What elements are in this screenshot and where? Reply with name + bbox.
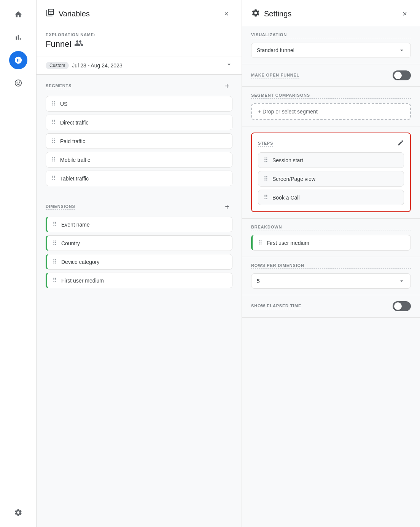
drag-handle-icon: ⠿ [51,156,56,163]
segment-tablet-traffic[interactable]: ⠿ Tablet traffic [46,171,232,186]
step-book-a-call[interactable]: ⠿ Book a Call [258,190,404,205]
exploration-people-icon [74,38,83,50]
dimension-event-name-label: Event name [61,222,90,228]
segment-us[interactable]: ⠿ US [46,96,232,112]
steps-container: STEPS ⠿ Session start ⠿ Screen/Page view… [251,133,411,212]
dimension-first-user-medium[interactable]: ⠿ First user medium [46,273,232,288]
step-screen-page-view[interactable]: ⠿ Screen/Page view [258,171,404,187]
step-book-a-call-label: Book a Call [272,195,300,201]
segment-paid-traffic-label: Paid traffic [60,138,85,144]
realtime-nav-icon[interactable] [9,74,27,92]
settings-close-button[interactable]: × [399,8,411,20]
segment-paid-traffic[interactable]: ⠿ Paid traffic [46,133,232,149]
rows-per-dimension-section: ROWS PER DIMENSION 5 [242,257,420,295]
settings-panel-header: Settings × [242,0,420,26]
segments-title: SEGMENTS [46,83,72,89]
barchart-nav-icon[interactable] [9,28,27,46]
dimensions-title: DIMENSIONS [46,204,75,210]
rows-per-dimension-label: ROWS PER DIMENSION [251,263,411,269]
dimensions-add-button[interactable]: + [222,201,232,212]
variables-close-button[interactable]: × [220,8,232,20]
steps-edit-button[interactable] [397,139,404,148]
home-nav-icon[interactable] [9,5,27,24]
drag-handle-icon: ⠿ [51,119,56,126]
steps-header: STEPS [258,139,404,148]
visualization-dropdown-icon [398,47,405,54]
open-funnel-row: MAKE OPEN FUNNEL [251,70,411,80]
open-funnel-toggle[interactable] [393,70,411,80]
rows-dropdown-icon [398,278,405,284]
toggle-knob [394,72,402,79]
dimension-device-category[interactable]: ⠿ Device category [46,254,232,270]
dimension-country[interactable]: ⠿ Country [46,235,232,251]
settings-gear-icon [251,8,260,19]
dimension-first-user-medium-label: First user medium [61,278,104,284]
drag-handle-icon: ⠿ [51,137,56,145]
settings-nav-icon[interactable] [9,503,27,522]
drag-handle-icon: ⠿ [264,175,269,182]
dimensions-header: DIMENSIONS + [46,201,232,212]
segment-tablet-traffic-label: Tablet traffic [60,176,89,182]
main-panels: Variables × EXPLORATION NAME: Funnel Cus… [37,0,420,527]
elapsed-time-section: SHOW ELAPSED TIME [242,295,420,318]
breakdown-label: BREAKDOWN [251,225,411,230]
drag-handle-icon: ⠿ [52,258,57,265]
step-screen-page-view-label: Screen/Page view [272,176,315,182]
drag-handle-icon: ⠿ [264,157,269,164]
open-funnel-label: MAKE OPEN FUNNEL [251,73,299,78]
open-funnel-section: MAKE OPEN FUNNEL [242,64,420,87]
rows-per-dimension-select[interactable]: 5 [251,273,411,289]
step-session-start-label: Session start [272,157,303,163]
steps-title: STEPS [258,141,273,147]
variables-panel-header: Variables × [37,0,242,26]
dimension-country-label: Country [61,240,80,246]
steps-section: STEPS ⠿ Session start ⠿ Screen/Page view… [242,126,420,219]
visualization-section: VISUALIZATION Standard funnel [242,26,420,64]
date-range: Jul 28 - Aug 24, 2023 [72,62,223,69]
drag-handle-icon: ⠿ [51,100,56,107]
date-section[interactable]: Custom Jul 28 - Aug 24, 2023 [37,56,242,75]
drag-handle-icon: ⠿ [52,277,57,284]
step-session-start[interactable]: ⠿ Session start [258,152,404,168]
drag-handle-icon: ⠿ [264,194,269,201]
segments-section: SEGMENTS + ⠿ US ⠿ Direct traffic ⠿ Paid … [37,75,242,195]
segment-us-label: US [60,101,67,107]
elapsed-time-toggle[interactable] [393,301,411,311]
dimensions-section: DIMENSIONS + ⠿ Event name ⠿ Country ⠿ De… [37,195,242,297]
visualization-select[interactable]: Standard funnel [251,43,411,58]
variables-title-icon [46,8,55,19]
segments-add-button[interactable]: + [222,81,232,91]
visualization-label: VISUALIZATION [251,32,411,38]
drag-handle-icon: ⠿ [52,240,57,247]
dimension-device-category-label: Device category [61,259,99,265]
segment-mobile-traffic[interactable]: ⠿ Mobile traffic [46,152,232,168]
sidebar-nav [0,0,37,527]
exploration-name: Funnel [46,38,232,50]
drag-handle-icon: ⠿ [52,221,57,228]
dimension-event-name[interactable]: ⠿ Event name [46,217,232,232]
settings-panel-title: Settings [251,8,291,19]
explore-nav-icon[interactable] [9,51,27,69]
elapsed-time-row: SHOW ELAPSED TIME [251,301,411,311]
variables-title-text: Variables [59,10,90,18]
segment-mobile-traffic-label: Mobile traffic [60,157,90,163]
exploration-name-text: Funnel [46,39,71,49]
drag-handle-icon: ⠿ [51,175,56,182]
exploration-section: EXPLORATION NAME: Funnel [37,26,242,56]
segments-header: SEGMENTS + [46,81,232,91]
drag-handle-icon: ⠿ [258,239,263,246]
breakdown-item[interactable]: ⠿ First user medium [251,235,411,251]
visualization-value: Standard funnel [257,47,294,53]
exploration-label: EXPLORATION NAME: [46,32,232,37]
segment-direct-traffic[interactable]: ⠿ Direct traffic [46,115,232,130]
segment-drop-zone[interactable]: + Drop or select segment [251,103,411,120]
segment-comparisons-section: SEGMENT COMPARISONS + Drop or select seg… [242,87,420,126]
settings-panel: Settings × VISUALIZATION Standard funnel… [242,0,420,527]
drop-zone-label: + Drop or select segment [258,109,318,115]
settings-title-text: Settings [264,10,291,18]
date-dropdown-icon [226,61,232,70]
date-badge: Custom [46,62,69,69]
breakdown-value: First user medium [267,240,309,246]
variables-panel: Variables × EXPLORATION NAME: Funnel Cus… [37,0,242,527]
breakdown-section: BREAKDOWN ⠿ First user medium [242,219,420,257]
